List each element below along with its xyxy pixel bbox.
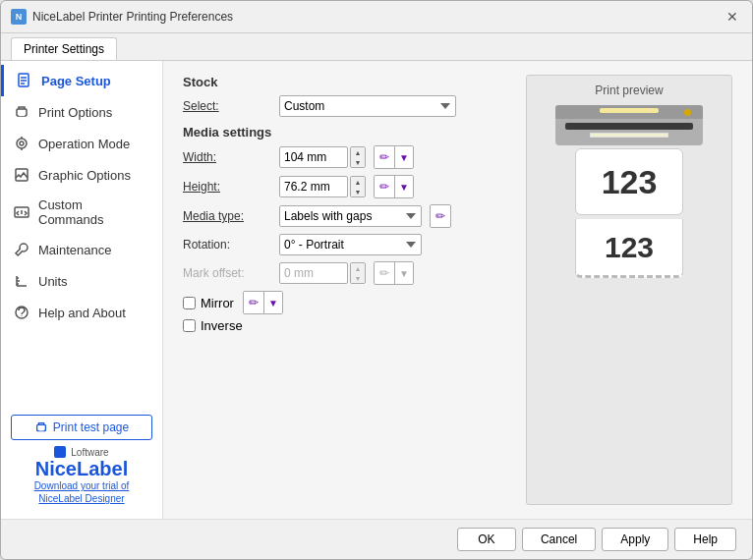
body: Page Setup Print Options: [1, 61, 752, 519]
width-edit-dropdown[interactable]: ▼: [394, 146, 413, 168]
preview-panel: Print preview 123: [526, 75, 732, 505]
height-arrows: ▲ ▼: [350, 176, 366, 197]
media-type-row: Media type: Labels with gaps ✏: [183, 204, 510, 228]
download-link[interactable]: Download your trial of NiceLabel Designe…: [18, 479, 145, 505]
sidebar-bottom: Print test page Loftware NiceLabel Downl…: [1, 405, 162, 515]
sidebar-item-help-about[interactable]: Help and About: [1, 297, 162, 328]
cancel-button[interactable]: Cancel: [522, 528, 596, 551]
sidebar-label-units: Units: [38, 274, 68, 289]
sidebar-item-print-options[interactable]: Print Options: [1, 96, 162, 128]
sidebar-label-custom-commands: Custom Commands: [38, 197, 150, 227]
width-row: Width: 104 mm ▲ ▼ ✏ ▼: [183, 145, 510, 169]
mark-offset-up-arrow[interactable]: ▲: [351, 263, 365, 273]
svg-rect-5: [19, 113, 25, 116]
print-options-icon: [13, 103, 30, 121]
height-spinner-group: 76.2 mm ▲ ▼: [279, 176, 366, 197]
sidebar-label-page-setup: Page Setup: [41, 74, 111, 88]
mark-offset-down-arrow[interactable]: ▼: [351, 273, 365, 283]
select-label: Select:: [183, 99, 271, 113]
close-button[interactable]: ✕: [723, 7, 742, 27]
label-top: 123: [575, 148, 683, 215]
inverse-checkbox[interactable]: [183, 319, 196, 332]
main-window: N NiceLabel Printer Printing Preferences…: [0, 0, 753, 560]
height-edit-dropdown[interactable]: ▼: [394, 176, 413, 197]
height-edit-group: ✏ ▼: [374, 175, 414, 198]
tab-bar: Printer Settings: [1, 33, 752, 61]
loftware-label: Loftware: [71, 447, 108, 458]
printer-slot: [565, 123, 693, 130]
print-test-label: Print test page: [53, 420, 129, 434]
mirror-edit-button[interactable]: ✏: [244, 292, 263, 313]
width-edit-group: ✏ ▼: [374, 145, 414, 169]
apply-button[interactable]: Apply: [602, 528, 668, 551]
width-input[interactable]: 104 mm: [279, 146, 348, 168]
svg-point-17: [16, 307, 28, 318]
paper-feed: [600, 108, 659, 113]
ok-button[interactable]: OK: [457, 528, 516, 551]
width-arrows: ▲ ▼: [350, 146, 366, 168]
media-type-edit-group: ✏: [430, 204, 451, 228]
media-type-dropdown[interactable]: Labels with gaps: [279, 205, 422, 227]
help-icon: [13, 304, 30, 321]
operation-mode-icon: [13, 135, 30, 152]
graphic-options-icon: [13, 166, 30, 184]
nicelabel-brand: NiceLabel: [18, 458, 145, 479]
height-up-arrow[interactable]: ▲: [351, 177, 365, 187]
preview-title: Print preview: [595, 84, 663, 97]
width-down-arrow[interactable]: ▼: [351, 157, 365, 167]
help-button[interactable]: Help: [674, 528, 736, 551]
sidebar-label-operation-mode: Operation Mode: [38, 137, 130, 151]
media-type-edit-button[interactable]: ✏: [431, 205, 450, 227]
status-light: [684, 109, 691, 116]
sidebar-item-custom-commands[interactable]: Custom Commands: [1, 191, 162, 234]
rotation-dropdown[interactable]: 0° - Portrait: [279, 234, 422, 255]
sidebar-item-page-setup[interactable]: Page Setup: [1, 65, 162, 96]
inverse-label: Inverse: [201, 318, 243, 333]
footer: OK Cancel Apply Help: [1, 519, 752, 559]
sidebar-item-graphic-options[interactable]: Graphic Options: [1, 159, 162, 191]
mark-offset-arrows: ▲ ▼: [350, 262, 366, 284]
media-type-label: Media type:: [183, 209, 271, 223]
mark-offset-label: Mark offset:: [183, 266, 271, 280]
sidebar-label-maintenance: Maintenance: [38, 243, 111, 257]
height-edit-button[interactable]: ✏: [375, 176, 394, 197]
mirror-edit-group: ✏ ▼: [243, 291, 283, 314]
mark-offset-spinner-group: 0 mm ▲ ▼: [279, 262, 366, 284]
label-bottom-text: 123: [605, 231, 654, 264]
mark-offset-edit-button[interactable]: ✏: [375, 262, 394, 284]
title-bar: N NiceLabel Printer Printing Preferences…: [1, 1, 752, 33]
form-area: Stock Select: Custom Media settings Widt…: [183, 75, 510, 505]
sidebar-item-operation-mode[interactable]: Operation Mode: [1, 128, 162, 159]
window-title: NiceLabel Printer Printing Preferences: [32, 10, 233, 24]
inverse-row: Inverse: [183, 318, 510, 333]
mirror-checkbox[interactable]: [183, 297, 196, 309]
height-down-arrow[interactable]: ▼: [351, 187, 365, 196]
mirror-edit-dropdown[interactable]: ▼: [263, 292, 282, 313]
maintenance-icon: [13, 241, 30, 258]
paper-out: [590, 133, 668, 138]
tab-printer-settings[interactable]: Printer Settings: [11, 37, 117, 60]
sidebar-item-units[interactable]: Units: [1, 265, 162, 297]
label-bottom: 123: [575, 219, 683, 278]
nicelabel-logo: Loftware NiceLabel Download your trial o…: [18, 446, 145, 505]
svg-point-7: [20, 141, 24, 145]
mark-offset-edit-group: ✏ ▼: [374, 261, 414, 285]
app-icon: N: [11, 9, 27, 25]
sidebar-label-help-about: Help and About: [38, 306, 126, 320]
width-up-arrow[interactable]: ▲: [351, 147, 365, 157]
custom-commands-icon: [13, 203, 30, 221]
width-edit-button[interactable]: ✏: [375, 146, 394, 168]
title-bar-left: N NiceLabel Printer Printing Preferences: [11, 9, 233, 25]
select-dropdown[interactable]: Custom: [279, 95, 456, 117]
stock-section-title: Stock: [183, 75, 510, 89]
height-input[interactable]: 76.2 mm: [279, 176, 348, 197]
printer-illustration: 123 123: [550, 105, 708, 278]
rotation-label: Rotation:: [183, 238, 271, 252]
printer-body: [555, 119, 703, 145]
mark-offset-edit-dropdown[interactable]: ▼: [394, 262, 413, 284]
media-settings-title: Media settings: [183, 125, 510, 140]
mark-offset-input: 0 mm: [279, 262, 348, 284]
print-test-button[interactable]: Print test page: [11, 415, 152, 440]
sidebar-item-maintenance[interactable]: Maintenance: [1, 234, 162, 265]
label-top-text: 123: [602, 163, 658, 201]
